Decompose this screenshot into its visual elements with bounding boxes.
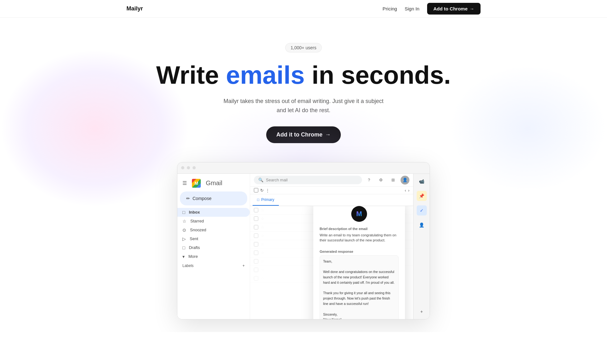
gmail-email-list: ☆ ☆ ☆ ☆ [250, 206, 413, 319]
compose-label: Compose [193, 196, 212, 201]
browser-dot-red [181, 166, 184, 169]
ai-brief-value[interactable]: Write an email to my team congratulating… [320, 233, 399, 245]
star-icon[interactable]: ☆ [261, 259, 264, 264]
gmail-nav-more[interactable]: ▾ More [177, 252, 250, 261]
gmail-nav-snoozed[interactable]: ⊙ Snoozed [177, 226, 250, 234]
hero-section: 1,000+ users Write emails in seconds. Ma… [0, 18, 607, 332]
sent-icon: ▷ [182, 236, 186, 241]
ai-compose-panel: M Brief description of the email Write a… [313, 206, 405, 319]
navbar: Mailyr Pricing Sign In Add to Chrome → [0, 0, 607, 18]
gmail-nav-starred[interactable]: ☆ Starred [177, 217, 250, 226]
add-to-chrome-button[interactable]: Add to Chrome → [427, 3, 481, 15]
gmail-header-bar: ☰ M Gmail [177, 176, 250, 190]
star-icon: ☆ [182, 219, 187, 224]
arrow-icon: → [469, 6, 474, 11]
email-checkbox[interactable] [254, 251, 258, 255]
browser-dot-green [193, 166, 196, 169]
hero-subtitle: Mailyr takes the stress out of email wri… [221, 97, 386, 115]
ai-brief-label: Brief description of the email [320, 227, 399, 231]
gmail-right-sidebar: 📹 📌 ✓ 👤 + [413, 174, 430, 319]
keep-icon[interactable]: 📌 [417, 191, 427, 201]
gmail-inbox-label: Inbox [189, 210, 200, 215]
hero-title-highlight: emails [226, 61, 305, 89]
ai-response-text: Team, Well done and congratulations on t… [320, 255, 399, 319]
ai-logo-circle: M [351, 206, 367, 222]
star-icon[interactable]: ☆ [261, 242, 264, 246]
tasks-icon[interactable]: ✓ [417, 205, 427, 215]
star-icon[interactable]: ☆ [261, 234, 264, 238]
hero-add-to-chrome-button[interactable]: Add it to Chrome → [266, 126, 341, 143]
gmail-labels-section: Labels + [177, 261, 250, 270]
browser-dot-yellow [187, 166, 190, 169]
inbox-icon: □ [182, 210, 185, 215]
gmail-main-area: 🔍 Search mail ? ⚙ ⊞ 👤 ↻ ⋮ [250, 174, 413, 319]
star-icon[interactable]: ☆ [261, 216, 264, 221]
compose-button[interactable]: ✏ Compose [180, 191, 247, 205]
signin-link[interactable]: Sign In [405, 6, 420, 11]
hero-title-suffix: in seconds. [305, 61, 451, 89]
gmail-app-layout: ☰ M Gmail ✏ Compose □ Inbox ☆ Starred [177, 174, 430, 319]
more-options-icon[interactable]: ⋮ [266, 188, 270, 193]
star-icon[interactable]: ☆ [261, 251, 264, 255]
gmail-mockup: ☰ M Gmail ✏ Compose □ Inbox ☆ Starred [177, 162, 430, 319]
email-checkbox[interactable] [254, 225, 258, 229]
browser-chrome-bar [177, 162, 430, 174]
hero-title-prefix: Write [156, 61, 226, 89]
drafts-icon: □ [182, 245, 185, 250]
avatar-icon[interactable]: 👤 [401, 176, 409, 185]
prev-page-icon[interactable]: ‹ [405, 188, 406, 193]
star-icon[interactable]: ☆ [261, 268, 264, 272]
gmail-tabs: □ Primary [250, 194, 413, 206]
contacts-icon[interactable]: 👤 [417, 220, 427, 230]
labels-add-icon[interactable]: + [242, 264, 245, 268]
gmail-logo-m: M [192, 179, 201, 188]
apps-icon[interactable]: ⊞ [389, 176, 397, 185]
users-badge: 1,000+ users [285, 43, 322, 52]
email-checkbox[interactable] [254, 268, 258, 272]
hero-arrow-icon: → [325, 131, 331, 138]
star-icon[interactable]: ☆ [261, 225, 264, 229]
select-all-checkbox[interactable] [254, 188, 258, 192]
gmail-brand-text: Gmail [206, 179, 222, 187]
pencil-icon: ✏ [186, 196, 190, 201]
gmail-snoozed-label: Snoozed [190, 228, 206, 232]
gmail-nav-inbox[interactable]: □ Inbox [177, 208, 250, 217]
chevron-down-icon: ▾ [182, 254, 185, 259]
gmail-starred-label: Starred [190, 219, 204, 223]
pricing-link[interactable]: Pricing [383, 6, 397, 11]
ai-response-label: Generated response [320, 250, 399, 253]
ai-logo-m-letter: M [356, 210, 362, 218]
star-icon[interactable]: ☆ [261, 208, 264, 212]
email-checkbox[interactable] [254, 208, 258, 212]
meet-icon[interactable]: 📹 [417, 176, 427, 186]
email-checkbox[interactable] [254, 242, 258, 246]
star-icon[interactable]: ☆ [261, 276, 264, 281]
gmail-toolbar-icons: ? ⚙ ⊞ 👤 [365, 176, 409, 185]
add-apps-icon[interactable]: + [417, 306, 427, 317]
gmail-search-placeholder: Search mail [266, 178, 288, 182]
refresh-icon[interactable]: ↻ [260, 188, 264, 193]
gmail-subtoolbar: ↻ ⋮ ‹ › [250, 187, 413, 194]
help-icon[interactable]: ? [365, 176, 373, 185]
gmail-more-label: More [188, 254, 198, 259]
labels-title: Labels [182, 264, 193, 268]
search-icon: 🔍 [258, 178, 263, 182]
gmail-nav-drafts[interactable]: □ Drafts [177, 243, 250, 252]
email-checkbox[interactable] [254, 216, 258, 221]
gmail-tab-primary[interactable]: □ Primary [253, 194, 279, 206]
gmail-sidebar: ☰ M Gmail ✏ Compose □ Inbox ☆ Starred [177, 174, 250, 319]
hero-title: Write emails in seconds. [156, 61, 451, 89]
gmail-drafts-label: Drafts [189, 245, 200, 250]
gmail-toolbar: 🔍 Search mail ? ⚙ ⊞ 👤 [250, 174, 413, 187]
primary-tab-icon: □ [257, 197, 259, 202]
gmail-nav-sent[interactable]: ▷ Sent [177, 234, 250, 243]
next-page-icon[interactable]: › [408, 188, 409, 193]
email-checkbox[interactable] [254, 276, 258, 281]
email-checkbox[interactable] [254, 234, 258, 238]
email-checkbox[interactable] [254, 259, 258, 264]
gmail-menu-icon[interactable]: ☰ [182, 180, 187, 186]
settings-icon[interactable]: ⚙ [377, 176, 385, 185]
gmail-sent-label: Sent [190, 236, 198, 241]
snooze-icon: ⊙ [182, 228, 186, 233]
gmail-search-bar[interactable]: 🔍 Search mail [254, 176, 362, 184]
